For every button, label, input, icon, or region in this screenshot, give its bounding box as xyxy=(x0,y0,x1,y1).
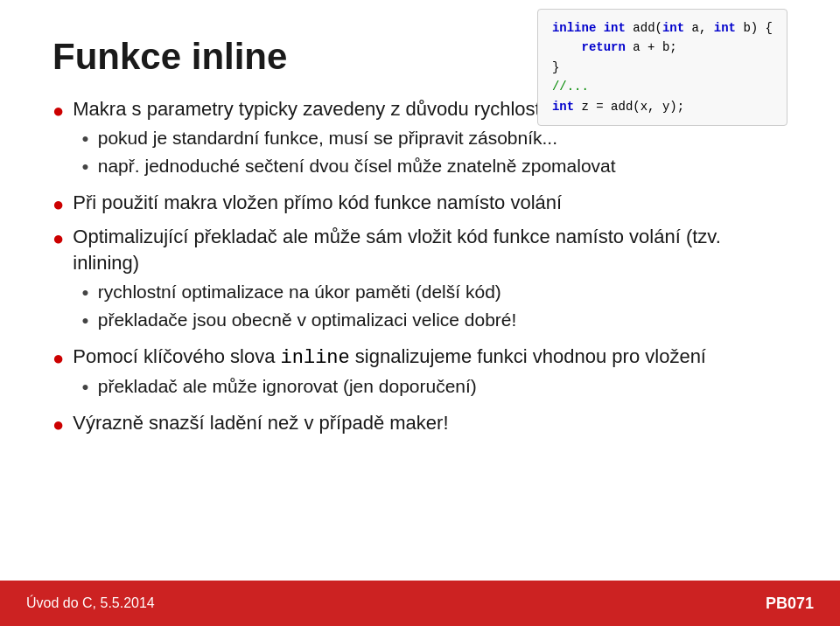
sub-text-3-2: překladače jsou obecně v optimalizaci ve… xyxy=(98,308,788,332)
main-bullet-list: ● Makra s parametry typicky zavedeny z d… xyxy=(52,96,788,437)
sub-item-1-1: ● pokud je standardní funkce, musí se př… xyxy=(81,126,615,150)
bullet-4-text: Pomocí klíčového slova inline signalizuj… xyxy=(73,344,706,372)
red-bullet-2: ● xyxy=(52,191,64,218)
content-area: ● Makra s parametry typicky zavedeny z d… xyxy=(52,96,788,437)
sub-bullet-3-1: ● xyxy=(81,284,88,301)
bullet-3-content: Optimalizující překladač ale může sám vl… xyxy=(73,224,788,336)
sub-item-3-1: ● rychlostní optimalizace na úkor paměti… xyxy=(81,280,788,304)
red-bullet-3: ● xyxy=(52,226,64,252)
list-item-2: ● Při použití makra vložen přímo kód fun… xyxy=(52,190,788,218)
bullet-3-text: Optimalizující překladač ale může sám vl… xyxy=(73,224,788,275)
sub-bullet-3-2: ● xyxy=(81,312,88,329)
code-box: inline int add(int a, int b) { return a … xyxy=(537,9,788,126)
sub-text-1-2: např. jednoduché sečtení dvou čísel může… xyxy=(98,154,616,178)
red-bullet-4: ● xyxy=(52,345,64,372)
red-bullet-1: ● xyxy=(52,98,64,124)
sub-list-3: ● rychlostní optimalizace na úkor paměti… xyxy=(73,280,788,337)
bullet-4-content: Pomocí klíčového slova inline signalizuj… xyxy=(73,344,706,403)
sub-item-4-1: ● překladač ale může ignorovat (jen dopo… xyxy=(81,374,706,399)
slide: Funkce inline inline int add(int a, int … xyxy=(0,0,840,626)
footer-code: PB071 xyxy=(766,595,814,613)
inline-keyword: inline xyxy=(281,347,350,369)
code-line-4: //... xyxy=(552,77,773,96)
bullet-5-text: Výrazně snazší ladění než v případě make… xyxy=(73,410,788,436)
sub-list-4: ● překladač ale může ignorovat (jen dopo… xyxy=(73,374,706,402)
footer: Úvod do C, 5.5.2014 PB071 xyxy=(0,581,840,626)
list-item-4: ● Pomocí klíčového slova inline signaliz… xyxy=(52,344,788,403)
code-line-3: } xyxy=(552,58,773,77)
sub-bullet-1-1: ● xyxy=(81,130,88,147)
sub-bullet-4-1: ● xyxy=(81,379,88,395)
footer-course: Úvod do C, 5.5.2014 xyxy=(26,595,155,611)
sub-item-3-2: ● překladače jsou obecně v optimalizaci … xyxy=(81,308,788,332)
bullet-1-text: Makra s parametry typicky zavedeny z dův… xyxy=(73,96,615,122)
list-item-3: ● Optimalizující překladač ale může sám … xyxy=(52,224,788,336)
code-line-1: inline int add(int a, int b) { xyxy=(552,18,773,38)
sub-list-1: ● pokud je standardní funkce, musí se př… xyxy=(73,126,615,183)
code-line-2: return a + b; xyxy=(552,38,773,57)
sub-text-1-1: pokud je standardní funkce, musí se přip… xyxy=(98,126,616,150)
red-bullet-5: ● xyxy=(52,412,64,438)
sub-item-1-2: ● např. jednoduché sečtení dvou čísel mů… xyxy=(81,154,615,178)
bullet-2-text: Při použití makra vložen přímo kód funkc… xyxy=(73,190,788,216)
sub-text-4-1: překladač ale může ignorovat (jen doporu… xyxy=(98,374,706,399)
sub-bullet-1-2: ● xyxy=(81,158,88,175)
sub-text-3-1: rychlostní optimalizace na úkor paměti (… xyxy=(98,280,788,304)
code-line-5: int z = add(x, y); xyxy=(552,97,773,116)
list-item-5: ● Výrazně snazší ladění než v případě ma… xyxy=(52,410,788,438)
bullet-1-content: Makra s parametry typicky zavedeny z dův… xyxy=(73,96,615,182)
